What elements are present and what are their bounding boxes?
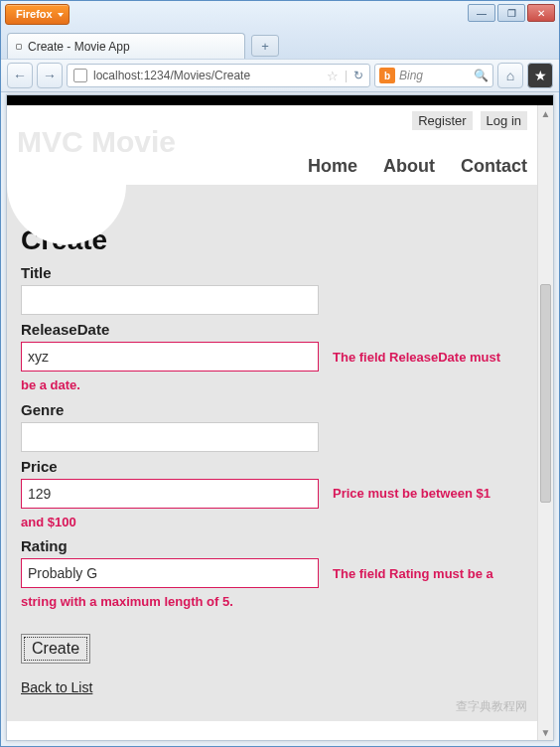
- vertical-scrollbar[interactable]: ▲ ▼: [537, 105, 553, 740]
- content-viewport: ▲ ▼ Register Log in MVC Movie Home About…: [6, 94, 554, 741]
- genre-input[interactable]: [21, 422, 319, 452]
- login-link[interactable]: Log in: [481, 111, 527, 130]
- title-input[interactable]: [21, 285, 319, 315]
- tab-title: Create - Movie App: [28, 40, 130, 54]
- tab-strip: Create - Movie App +: [1, 29, 559, 59]
- register-link[interactable]: Register: [412, 111, 472, 130]
- reload-icon[interactable]: ↻: [353, 69, 363, 82]
- page-icon: [16, 44, 22, 50]
- window-controls: — ❐ ✕: [468, 4, 555, 22]
- price-label: Price: [21, 458, 523, 475]
- top-black-bar: [7, 95, 553, 105]
- create-button[interactable]: Create: [21, 634, 90, 664]
- back-to-list-link[interactable]: Back to List: [21, 679, 92, 695]
- navigation-toolbar: ← → localhost:1234/Movies/Create ☆ | ↻ b…: [1, 59, 559, 92]
- title-label: Title: [21, 264, 523, 281]
- site-brand: MVC Movie: [17, 125, 527, 159]
- rating-input[interactable]: [21, 558, 319, 588]
- search-box[interactable]: b Bing 🔍: [374, 64, 493, 87]
- tab-active[interactable]: Create - Movie App: [7, 33, 245, 59]
- close-button[interactable]: ✕: [527, 4, 555, 22]
- page-content: Register Log in MVC Movie Home About Con…: [7, 105, 537, 740]
- watermark: 查字典教程网: [456, 698, 527, 715]
- price-error-wrap: and $100: [21, 513, 523, 532]
- firefox-menu-button[interactable]: Firefox: [5, 4, 70, 25]
- search-go-icon[interactable]: 🔍: [474, 69, 489, 82]
- nav-contact[interactable]: Contact: [461, 156, 527, 177]
- scroll-thumb[interactable]: [540, 284, 551, 503]
- back-button[interactable]: ←: [7, 63, 33, 88]
- account-links: Register Log in: [412, 111, 527, 130]
- genre-label: Genre: [21, 401, 523, 418]
- price-error-inline: Price must be between $1: [333, 486, 490, 501]
- nav-home[interactable]: Home: [308, 156, 357, 177]
- nav-about[interactable]: About: [383, 156, 435, 177]
- page-body: Create Title ReleaseDate The field Relea…: [7, 185, 537, 721]
- site-identity-icon: [73, 69, 87, 82]
- rating-error-wrap: string with a maximum length of 5.: [21, 592, 523, 612]
- bookmark-star-icon[interactable]: ☆: [327, 69, 339, 83]
- bing-icon: b: [379, 68, 395, 83]
- maximize-button[interactable]: ❐: [497, 4, 525, 22]
- site-header: Register Log in MVC Movie Home About Con…: [7, 105, 537, 185]
- price-input[interactable]: [21, 479, 319, 509]
- releasedate-error-inline: The field ReleaseDate must: [333, 350, 500, 365]
- window-titlebar: Firefox — ❐ ✕: [1, 1, 559, 29]
- main-nav: Home About Contact: [308, 156, 527, 177]
- releasedate-input[interactable]: [21, 342, 319, 372]
- create-form: Create Title ReleaseDate The field Relea…: [7, 185, 537, 696]
- search-placeholder: Bing: [399, 69, 423, 82]
- releasedate-label: ReleaseDate: [21, 321, 523, 338]
- home-button[interactable]: ⌂: [497, 63, 523, 88]
- releasedate-error-wrap: be a date.: [21, 375, 523, 395]
- minimize-button[interactable]: —: [468, 4, 495, 22]
- forward-button[interactable]: →: [37, 63, 63, 88]
- rating-error-inline: The field Rating must be a: [333, 566, 493, 581]
- new-tab-button[interactable]: +: [251, 35, 279, 57]
- url-bar[interactable]: localhost:1234/Movies/Create ☆ | ↻: [67, 64, 370, 87]
- scroll-down-arrow[interactable]: ▼: [538, 724, 553, 740]
- bookmarks-button[interactable]: ★: [527, 63, 553, 88]
- rating-label: Rating: [21, 537, 523, 554]
- url-text: localhost:1234/Movies/Create: [93, 69, 250, 82]
- scroll-up-arrow[interactable]: ▲: [538, 105, 553, 121]
